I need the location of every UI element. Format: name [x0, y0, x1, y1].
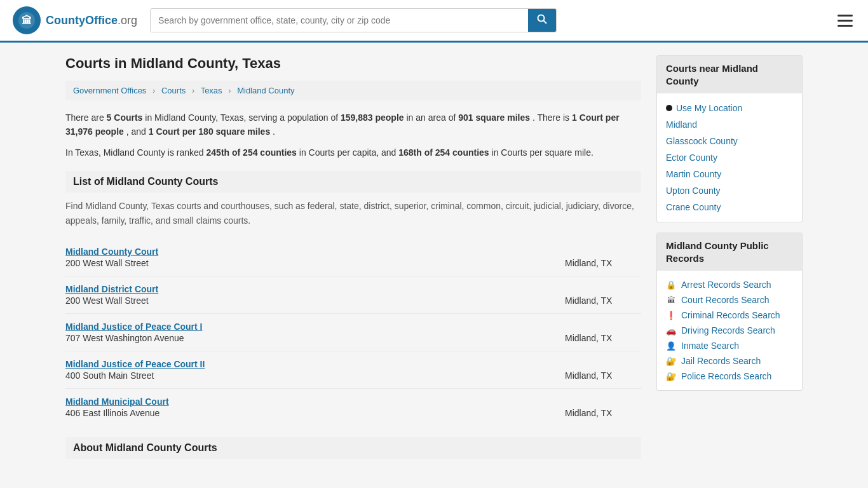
- public-records-item: 🔐 Police Records Search: [666, 369, 793, 384]
- court-name-link[interactable]: Midland Justice of Peace Court I: [65, 322, 203, 332]
- record-icon: 👤: [666, 341, 676, 351]
- breadcrumb-item-2[interactable]: Courts: [161, 86, 186, 95]
- court-name-link[interactable]: Midland District Court: [65, 284, 158, 294]
- breadcrumb-sep-3: ›: [228, 86, 231, 95]
- record-icon: 🔒: [666, 280, 676, 290]
- breadcrumb: Government Offices › Courts › Texas › Mi…: [65, 81, 641, 100]
- search-bar: [150, 8, 557, 32]
- nearby-link[interactable]: Ector County: [666, 149, 793, 166]
- nearby-courts-header: Courts near Midland County: [657, 56, 802, 93]
- record-icon: ❗: [666, 311, 676, 320]
- logo-icon: 🏛: [13, 6, 41, 34]
- public-records-item: 🏛 Court Records Search: [666, 292, 793, 308]
- court-item: Midland District Court 200 West Wall Str…: [65, 276, 641, 314]
- list-section-header: List of Midland County Courts: [65, 171, 641, 193]
- courts-list: Midland County Court 200 West Wall Stree…: [65, 239, 641, 426]
- main-content: Courts in Midland County, Texas Governme…: [65, 55, 641, 465]
- public-records-item: 👤 Inmate Search: [666, 338, 793, 353]
- court-address: 200 West Wall Street: [65, 295, 559, 306]
- nearby-link[interactable]: Glasscock County: [666, 133, 793, 149]
- svg-line-3: [544, 21, 547, 24]
- court-city-state: Midland, TX: [565, 258, 641, 268]
- intro-paragraph-1: There are 5 Courts in Midland County, Te…: [65, 111, 641, 139]
- nearby-link[interactable]: Upton County: [666, 182, 793, 199]
- court-address: 400 South Main Street: [65, 370, 559, 381]
- public-records-item: 🔐 Jail Records Search: [666, 353, 793, 369]
- use-location-label: Use My Location: [676, 103, 742, 113]
- search-input[interactable]: [151, 9, 528, 32]
- nearby-link[interactable]: Martin County: [666, 166, 793, 182]
- breadcrumb-sep-1: ›: [153, 86, 155, 95]
- svg-text:🏛: 🏛: [22, 15, 32, 26]
- court-address: 200 West Wall Street: [65, 258, 559, 268]
- breadcrumb-item-3[interactable]: Texas: [201, 86, 222, 95]
- breadcrumb-item-1[interactable]: Government Offices: [73, 86, 146, 95]
- sidebar: Courts near Midland County Use My Locati…: [656, 55, 803, 465]
- page-title: Courts in Midland County, Texas: [65, 55, 641, 72]
- public-records-header: Midland County Public Records: [657, 233, 802, 271]
- nearby-courts-body: Use My Location MidlandGlasscock CountyE…: [657, 93, 802, 222]
- nearby-link[interactable]: Crane County: [666, 199, 793, 215]
- public-record-link[interactable]: Court Records Search: [681, 295, 770, 305]
- public-record-link[interactable]: Police Records Search: [681, 371, 771, 381]
- court-item: Midland Municipal Court 406 East Illinoi…: [65, 389, 641, 426]
- record-icon: 🚗: [666, 326, 676, 336]
- menu-button[interactable]: [835, 12, 855, 29]
- court-address: 707 West Washington Avenue: [65, 333, 559, 343]
- public-record-link[interactable]: Jail Records Search: [681, 356, 761, 366]
- use-location-link[interactable]: Use My Location: [666, 100, 793, 116]
- court-name-link[interactable]: Midland County Court: [65, 247, 158, 257]
- court-item: Midland Justice of Peace Court II 400 So…: [65, 351, 641, 389]
- public-record-link[interactable]: Driving Records Search: [681, 325, 775, 336]
- logo-text: CountyOffice.org: [46, 14, 137, 27]
- public-records-item: 🔒 Arrest Records Search: [666, 277, 793, 292]
- nearby-link[interactable]: Midland: [666, 116, 793, 133]
- court-city-state: Midland, TX: [565, 295, 641, 306]
- about-section-header: About Midland County Courts: [65, 437, 641, 459]
- logo[interactable]: 🏛 CountyOffice.org: [13, 6, 137, 34]
- court-name-link[interactable]: Midland Municipal Court: [65, 396, 169, 407]
- record-icon: 🔐: [666, 372, 676, 381]
- public-records-item: 🚗 Driving Records Search: [666, 323, 793, 338]
- nearby-courts-section: Courts near Midland County Use My Locati…: [656, 55, 803, 222]
- breadcrumb-sep-2: ›: [192, 86, 194, 95]
- intro-paragraph-2: In Texas, Midland County is ranked 245th…: [65, 146, 641, 159]
- court-item: Midland County Court 200 West Wall Stree…: [65, 239, 641, 276]
- court-city-state: Midland, TX: [565, 408, 641, 418]
- public-records-item: ❗ Criminal Records Search: [666, 308, 793, 323]
- court-name-link[interactable]: Midland Justice of Peace Court II: [65, 359, 205, 369]
- list-description: Find Midland County, Texas courts and co…: [65, 199, 641, 227]
- record-icon: 🔐: [666, 356, 676, 366]
- public-records-section: Midland County Public Records 🔒 Arrest R…: [656, 233, 803, 391]
- court-item: Midland Justice of Peace Court I 707 Wes…: [65, 314, 641, 351]
- location-dot-icon: [666, 105, 672, 111]
- public-record-link[interactable]: Criminal Records Search: [681, 310, 780, 320]
- svg-point-2: [538, 15, 545, 22]
- court-city-state: Midland, TX: [565, 370, 641, 381]
- record-icon: 🏛: [666, 295, 676, 305]
- public-record-link[interactable]: Inmate Search: [681, 341, 739, 351]
- search-button[interactable]: [528, 9, 556, 32]
- court-city-state: Midland, TX: [565, 333, 641, 343]
- court-address: 406 East Illinois Avenue: [65, 408, 559, 418]
- breadcrumb-item-4[interactable]: Midland County: [237, 86, 294, 95]
- public-record-link[interactable]: Arrest Records Search: [681, 280, 771, 290]
- public-records-body: 🔒 Arrest Records Search 🏛 Court Records …: [657, 271, 802, 390]
